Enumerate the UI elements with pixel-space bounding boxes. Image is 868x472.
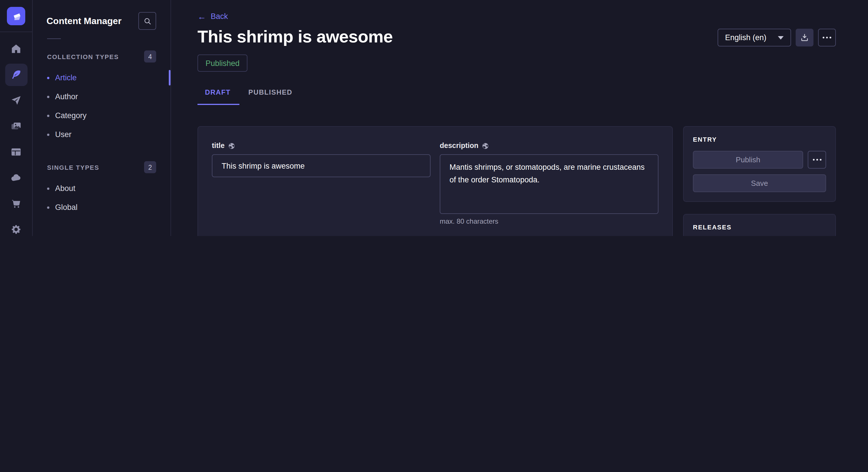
- description-textarea[interactable]: Mantis shrimps, or stomatopods, are mari…: [440, 154, 658, 214]
- export-button[interactable]: [796, 29, 813, 46]
- layout-icon: [10, 146, 22, 158]
- single-type-list: About Global: [33, 178, 170, 222]
- sidebar-item-global[interactable]: Global: [33, 198, 170, 217]
- back-label: Back: [211, 12, 228, 21]
- strapi-logo-icon[interactable]: [7, 7, 25, 25]
- right-panel-column: ENTRY Publish Save RELEASES Will be publ…: [683, 126, 836, 236]
- publish-button[interactable]: Publish: [693, 151, 803, 169]
- icon-rail: KD: [0, 0, 33, 236]
- header-controls: English (en): [718, 29, 836, 46]
- releases-panel: RELEASES Will be published in Spring Sum…: [683, 214, 836, 236]
- sidebar-item-label: Author: [55, 92, 78, 101]
- gear-icon: [10, 224, 22, 235]
- tab-published[interactable]: PUBLISHED: [239, 88, 301, 105]
- content-row: title This shrimp is awesome description…: [197, 126, 836, 236]
- locale-label: English (en): [725, 33, 766, 42]
- paper-plane-icon: [10, 95, 22, 106]
- ellipsis-icon: [813, 159, 821, 161]
- active-tile: [5, 63, 27, 86]
- sidebar-item-author[interactable]: Author: [33, 87, 170, 106]
- home-icon: [10, 43, 22, 55]
- media-icon: [10, 121, 22, 132]
- releases-heading: RELEASES: [693, 224, 826, 231]
- bullet-icon: [47, 96, 50, 98]
- field-title: title This shrimp is awesome: [212, 142, 431, 225]
- search-button[interactable]: [138, 12, 156, 30]
- sidebar-title: Content Manager: [46, 16, 121, 26]
- section-label: COLLECTION TYPES: [47, 53, 119, 60]
- page-title: This shrimp is awesome: [197, 27, 393, 46]
- rail-icon-list: [0, 43, 32, 235]
- sidebar-item-label: User: [55, 130, 71, 139]
- field-label: title: [212, 142, 224, 150]
- description-hint: max. 80 characters: [440, 217, 658, 225]
- rail-item-media-library[interactable]: [0, 121, 32, 132]
- version-tabs: DRAFT PUBLISHED: [197, 88, 836, 105]
- strapi-logo-mark: [10, 10, 22, 22]
- arrow-left-icon: ←: [197, 12, 206, 21]
- field-label: description: [440, 142, 478, 150]
- bullet-icon: [47, 133, 50, 136]
- rail-item-deploy[interactable]: [0, 95, 32, 106]
- locale-select[interactable]: English (en): [718, 29, 791, 46]
- bullet-icon: [47, 187, 50, 190]
- content-manager-sidebar: Content Manager COLLECTION TYPES 4 Artic…: [33, 0, 171, 236]
- tab-draft[interactable]: DRAFT: [197, 88, 239, 105]
- back-link[interactable]: ← Back: [197, 12, 228, 21]
- section-single-types: SINGLE TYPES 2: [33, 157, 170, 178]
- ellipsis-icon: [823, 37, 831, 38]
- rail-item-cloud[interactable]: [0, 172, 32, 183]
- section-label: SINGLE TYPES: [47, 164, 99, 171]
- entry-panel: ENTRY Publish Save: [683, 126, 836, 202]
- cart-icon: [10, 198, 22, 209]
- rail-item-content-type-builder[interactable]: [0, 146, 32, 158]
- entry-more-button[interactable]: [808, 151, 826, 169]
- sidebar-item-label: Category: [55, 111, 87, 120]
- save-button[interactable]: Save: [693, 174, 826, 192]
- globe-icon: [482, 142, 489, 149]
- sidebar-item-label: Article: [55, 73, 76, 82]
- count-badge: 4: [144, 50, 156, 63]
- sidebar-item-about[interactable]: About: [33, 179, 170, 198]
- rail-item-content[interactable]: [0, 69, 32, 80]
- rail-item-home[interactable]: [0, 43, 32, 55]
- sidebar-item-user[interactable]: User: [33, 125, 170, 144]
- rail-item-marketplace[interactable]: [0, 198, 32, 209]
- count-badge: 2: [144, 161, 156, 173]
- cloud-icon: [10, 172, 22, 183]
- sidebar-header: Content Manager: [33, 0, 170, 38]
- bullet-icon: [47, 76, 50, 79]
- edit-form-card: title This shrimp is awesome description…: [197, 126, 673, 236]
- bullet-icon: [47, 114, 50, 117]
- main-content: ← Back This shrimp is awesome English (e…: [171, 0, 868, 236]
- chevron-down-icon: [778, 36, 784, 39]
- sidebar-item-category[interactable]: Category: [33, 106, 170, 125]
- sidebar-item-label: About: [55, 184, 75, 193]
- entry-heading: ENTRY: [693, 136, 826, 143]
- publish-row: Publish: [693, 151, 826, 169]
- section-collection-types: COLLECTION TYPES 4: [33, 46, 170, 67]
- search-icon: [143, 17, 151, 25]
- bullet-icon: [47, 206, 50, 208]
- rail-item-settings[interactable]: [0, 224, 32, 235]
- app-root: KD Content Manager COLLECTION TYPES 4 Ar…: [0, 0, 868, 236]
- sidebar-item-label: Global: [55, 203, 78, 212]
- status-badge: Published: [197, 55, 248, 72]
- download-icon: [800, 33, 809, 42]
- field-description: description Mantis shrimps, or stomatopo…: [440, 142, 658, 225]
- feather-icon: [10, 69, 22, 80]
- title-row: This shrimp is awesome English (en): [197, 27, 836, 46]
- collection-type-list: Article Author Category User: [33, 67, 170, 148]
- sidebar-item-article[interactable]: Article: [33, 68, 170, 87]
- sidebar-divider: [47, 38, 61, 39]
- logo-area: [0, 0, 32, 32]
- title-input[interactable]: This shrimp is awesome: [212, 154, 431, 177]
- globe-icon: [228, 142, 236, 149]
- header-more-button[interactable]: [818, 29, 836, 46]
